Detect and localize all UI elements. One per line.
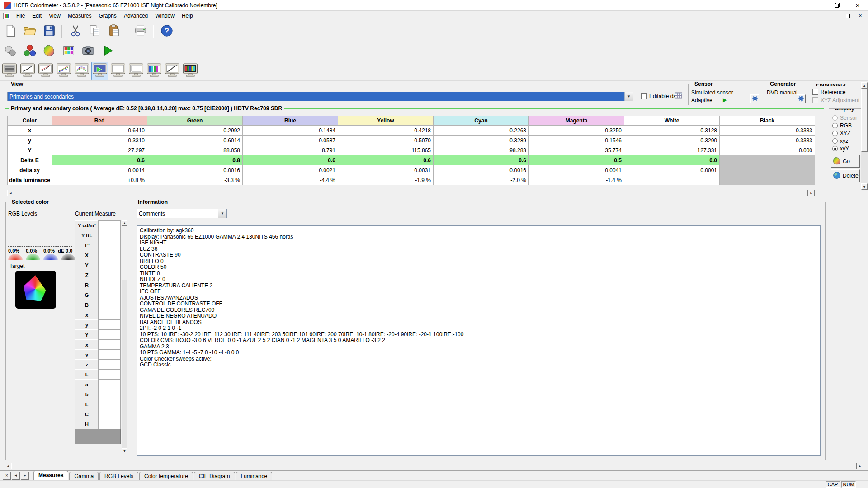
measure-cell[interactable]: 0.0587 (243, 136, 338, 145)
view-button-10[interactable] (164, 62, 181, 80)
scroll-right-button[interactable]: ► (857, 463, 863, 469)
menu-advanced[interactable]: Advanced (120, 11, 151, 20)
view-button-2[interactable] (19, 62, 36, 80)
view-button-3[interactable] (37, 62, 54, 80)
view-button-8[interactable] (127, 62, 145, 80)
view-button-1[interactable] (1, 62, 18, 80)
measure-cell[interactable]: 0.0 (624, 155, 720, 165)
measure-cell[interactable]: 0.2992 (147, 126, 243, 136)
sensor-settings-button[interactable] (750, 94, 760, 103)
scrollbar-thumb[interactable] (122, 226, 127, 280)
measure-cell[interactable]: 0.1546 (529, 136, 624, 145)
scroll-down-button[interactable]: ▼ (861, 183, 868, 190)
measure-cell[interactable]: 0.0031 (338, 165, 434, 175)
measure-cell[interactable]: 0.6410 (52, 126, 147, 136)
measure-cell[interactable]: 0.6 (52, 155, 147, 165)
radio-xyy[interactable] (832, 146, 838, 151)
tab-close-button[interactable]: × (3, 472, 11, 480)
display-option-rgb[interactable]: RGB (832, 122, 852, 129)
view-button-7[interactable] (109, 62, 127, 80)
measure-cell[interactable]: 0.3333 (720, 136, 815, 145)
palette-button[interactable] (60, 43, 78, 60)
menu-file[interactable]: File (13, 11, 28, 20)
run-measures-button[interactable] (99, 43, 117, 60)
sensor-config-button[interactable] (1, 43, 19, 60)
measure-cell[interactable]: 0.3128 (624, 126, 720, 136)
view-combo[interactable]: Primaries and secondaries ▼ (7, 92, 633, 101)
measure-cell[interactable]: 0.3310 (52, 136, 147, 145)
display-option-xyz-caps[interactable]: XYZ (832, 130, 850, 136)
tab-gamma[interactable]: Gamma (69, 472, 99, 480)
copy-button[interactable] (86, 23, 104, 40)
measure-cell[interactable]: -1.4 % (529, 175, 624, 185)
scroll-down-button[interactable]: ▼ (122, 448, 127, 454)
tab-cie-diagram[interactable]: CIE Diagram (194, 472, 235, 480)
measure-cell[interactable]: 0.3290 (624, 136, 720, 145)
minimize-button[interactable] (806, 0, 826, 10)
menu-window[interactable]: Window (151, 11, 178, 20)
measure-cell[interactable]: 0.5 (529, 155, 624, 165)
tab-scroll-right-button[interactable]: ► (21, 472, 29, 480)
measure-cell[interactable]: 8.791 (243, 145, 338, 155)
tab-luminance[interactable]: Luminance (236, 472, 273, 480)
display-option-xyz[interactable]: xyz (832, 138, 848, 144)
column-header-cyan[interactable]: Cyan (434, 116, 529, 126)
chevron-down-icon[interactable]: ▼ (218, 209, 226, 218)
measure-cell[interactable] (624, 175, 720, 185)
close-button[interactable]: × (847, 0, 868, 10)
mdi-minimize-button[interactable] (830, 12, 840, 20)
radio-xyz[interactable] (832, 138, 838, 144)
measure-cell[interactable]: 0.000 (720, 145, 815, 155)
measure-cell[interactable]: 0.4218 (338, 126, 434, 136)
data-grid-icon[interactable] (675, 92, 682, 101)
menu-view[interactable]: View (45, 11, 64, 20)
tab-rgb-levels[interactable]: RGB Levels (99, 472, 138, 480)
go-button[interactable]: Go (831, 155, 860, 168)
measure-cell[interactable]: 88.058 (147, 145, 243, 155)
scroll-up-button[interactable]: ▲ (122, 220, 127, 226)
measure-cell[interactable]: 0.3289 (434, 136, 529, 145)
column-header-green[interactable]: Green (147, 116, 243, 126)
view-button-5[interactable] (73, 62, 90, 80)
open-file-button[interactable] (21, 23, 39, 40)
measure-cell[interactable]: 0.8 (147, 155, 243, 165)
scroll-left-button[interactable]: ◄ (7, 190, 14, 196)
measure-cell[interactable]: -3.3 % (147, 175, 243, 185)
tab-color-temperature[interactable]: Color temperature (139, 472, 193, 480)
mdi-close-button[interactable]: × (855, 12, 865, 20)
scroll-left-button[interactable]: ◄ (5, 463, 11, 469)
print-button[interactable] (132, 23, 150, 40)
view-button-9[interactable] (146, 62, 163, 80)
help-button[interactable]: ? (158, 23, 176, 40)
measure-cell[interactable]: 0.0001 (624, 165, 720, 175)
menu-graphs[interactable]: Graphs (95, 11, 120, 20)
measure-cell[interactable]: 0.0016 (434, 165, 529, 175)
measure-cell[interactable]: 127.331 (624, 145, 720, 155)
measure-cell[interactable]: 115.865 (338, 145, 434, 155)
measure-cell[interactable]: 0.3333 (720, 126, 815, 136)
menu-edit[interactable]: Edit (28, 11, 45, 20)
measure-cell[interactable]: 0.5070 (338, 136, 434, 145)
measure-cell[interactable]: 0.2263 (434, 126, 529, 136)
comments-textarea[interactable]: Calibration by: agk360 Display: Panasoni… (137, 225, 821, 456)
radio-xyz-caps[interactable] (832, 131, 838, 136)
menu-measures[interactable]: Measures (64, 11, 95, 20)
reference-checkbox[interactable] (812, 89, 818, 95)
column-header-red[interactable]: Red (52, 116, 147, 126)
measure-cell[interactable]: -2.0 % (434, 175, 529, 185)
measure-cell[interactable]: -4.4 % (243, 175, 338, 185)
measure-cell[interactable]: +0.8 % (52, 175, 147, 185)
view-button-11[interactable] (182, 62, 199, 80)
measure-cell[interactable]: 0.6 (243, 155, 338, 165)
generator-settings-button[interactable] (797, 94, 806, 103)
paste-button[interactable] (105, 23, 123, 40)
measure-cell[interactable]: 98.283 (434, 145, 529, 155)
scroll-right-button[interactable]: ► (808, 190, 815, 196)
measure-cell[interactable]: 0.6014 (147, 136, 243, 145)
measure-cell[interactable]: 0.6 (338, 155, 434, 165)
measure-cell[interactable]: 0.3250 (529, 126, 624, 136)
save-button[interactable] (40, 23, 58, 40)
column-header-magenta[interactable]: Magenta (529, 116, 624, 126)
scrollbar-thumb[interactable] (11, 463, 857, 469)
snapshot-button[interactable] (79, 43, 97, 60)
